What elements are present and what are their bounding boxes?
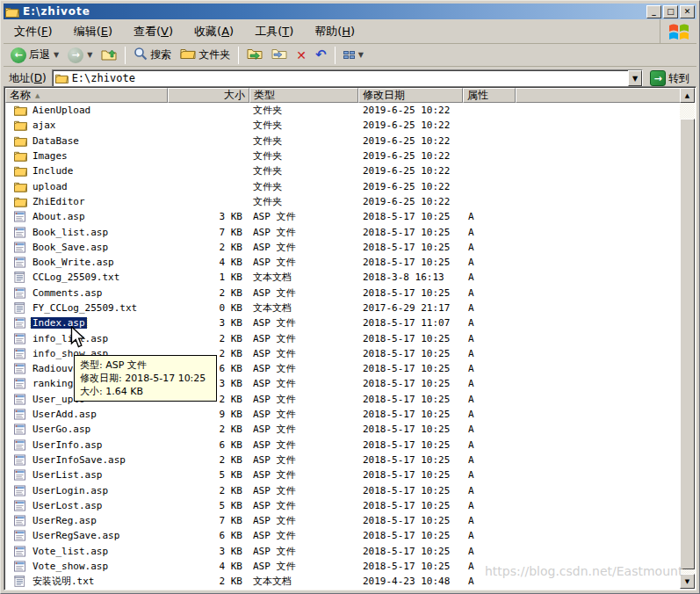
address-input[interactable]: E:\zhivote xyxy=(72,72,628,84)
scroll-up-button[interactable]: ▲ xyxy=(680,88,695,103)
file-row[interactable]: Book_Write.asp4 KBASP 文件2018-5-17 10:25A xyxy=(5,255,680,270)
column-header-attr[interactable]: 属性 xyxy=(463,88,516,103)
column-header-name[interactable]: 名称▲ xyxy=(5,88,168,103)
title-bar[interactable]: E:\zhivote _ □ ✕ xyxy=(4,4,696,19)
file-row[interactable]: Index.asp3 KBASP 文件2018-5-17 11:07A xyxy=(5,315,680,330)
file-row[interactable]: FY_CCLog_25509.txt0 KB文本文档2017-6-29 21:1… xyxy=(5,301,680,315)
file-row[interactable]: info_list.asp2 KBASP 文件2018-5-17 10:25A xyxy=(5,330,680,345)
go-button[interactable]: → 转到 xyxy=(646,69,693,88)
forward-dropdown-icon[interactable]: ▼ xyxy=(87,51,92,59)
file-row[interactable]: Book_Save.asp2 KBASP 文件2018-5-17 10:25A xyxy=(5,240,680,255)
address-dropdown-button[interactable]: ▼ xyxy=(628,70,642,86)
asp-file-icon xyxy=(14,469,27,481)
file-row[interactable]: Comments.asp2 KBASP 文件2018-5-17 10:25A xyxy=(5,286,680,301)
menu-item[interactable]: 编辑(E) xyxy=(63,24,123,40)
file-name[interactable]: Comments.asp xyxy=(31,287,104,299)
views-dropdown-icon[interactable]: ▼ xyxy=(358,51,364,59)
file-name[interactable]: Book_Write.asp xyxy=(31,257,116,268)
file-row[interactable]: UserReg.asp7 KBASP 文件2018-5-17 10:25A xyxy=(5,513,680,528)
file-name[interactable]: UserReg.asp xyxy=(31,515,98,526)
file-name[interactable]: AienUpload xyxy=(31,105,92,116)
menu-item[interactable]: 文件(F) xyxy=(4,24,63,40)
file-row[interactable]: UserInfo.asp6 KBASP 文件2018-5-17 10:25A xyxy=(5,438,680,453)
minimize-button[interactable]: _ xyxy=(646,5,661,18)
folders-button[interactable]: 文件夹 xyxy=(177,46,234,65)
file-name[interactable]: Book_list.asp xyxy=(31,227,110,238)
vertical-scrollbar[interactable]: ▲ ▼ xyxy=(680,88,695,589)
file-name[interactable]: 安装说明.txt xyxy=(31,575,97,588)
search-button[interactable]: 搜索 xyxy=(130,46,175,65)
file-name[interactable]: ajax xyxy=(31,120,58,131)
file-row[interactable]: UserList.asp5 KBASP 文件2018-5-17 10:25A xyxy=(5,467,680,482)
file-name[interactable]: UserRegSave.asp xyxy=(31,530,121,541)
delete-button[interactable]: ✕ xyxy=(292,46,310,65)
asp-file-icon xyxy=(14,348,27,359)
file-row[interactable]: UserRegSave.asp6 KBASP 文件2018-5-17 10:25… xyxy=(5,528,680,543)
file-row[interactable]: Vote_list.asp3 KBASP 文件2018-5-17 10:25A xyxy=(5,544,680,559)
forward-button[interactable]: → ▼ xyxy=(64,46,96,65)
file-row[interactable]: ZhiEditor文件夹2019-6-25 10:22 xyxy=(5,194,680,209)
file-size: 1 KB xyxy=(168,272,249,283)
file-row[interactable]: Include文件夹2019-6-25 10:22 xyxy=(5,163,680,178)
move-to-button[interactable] xyxy=(243,46,266,65)
file-row[interactable]: UserAdd.asp9 KBASP 文件2018-5-17 10:25A xyxy=(5,407,680,422)
file-row[interactable]: UserGo.asp2 KBASP 文件2018-5-17 10:25A xyxy=(5,422,680,437)
file-name[interactable]: ZhiEditor xyxy=(31,196,87,207)
menu-item[interactable]: 工具(T) xyxy=(244,24,304,40)
file-row[interactable]: DataBase文件夹2019-6-25 10:22 xyxy=(5,134,680,148)
file-name[interactable]: CCLog_25509.txt xyxy=(31,272,121,283)
file-name[interactable]: Book_Save.asp xyxy=(31,242,110,253)
file-name[interactable]: Vote_list.asp xyxy=(31,546,110,557)
file-row[interactable]: Book_list.asp7 KBASP 文件2018-5-17 10:25A xyxy=(5,224,680,239)
file-name[interactable]: About.asp xyxy=(31,211,87,222)
views-button[interactable]: ▼ xyxy=(340,46,367,65)
file-type: 文本文档 xyxy=(249,301,358,315)
file-row[interactable]: Images文件夹2019-6-25 10:22 xyxy=(5,148,680,163)
file-row[interactable]: UserInfoSave.asp2 KBASP 文件2018-5-17 10:2… xyxy=(5,453,680,467)
file-name[interactable]: Images xyxy=(31,150,69,162)
file-row[interactable]: AienUpload文件夹2019-6-25 10:22 xyxy=(5,103,680,118)
undo-button[interactable]: ↶ xyxy=(312,46,330,65)
file-name[interactable]: UserGo.asp xyxy=(31,424,92,435)
file-attr: A xyxy=(463,378,516,389)
file-row[interactable]: upload文件夹2019-6-25 10:22 xyxy=(5,178,680,193)
back-dropdown-icon[interactable]: ▼ xyxy=(54,51,59,59)
file-row[interactable]: UserLogin.asp2 KBASP 文件2018-5-17 10:25A xyxy=(5,482,680,497)
file-size: 4 KB xyxy=(168,561,249,572)
file-row[interactable]: ajax文件夹2019-6-25 10:22 xyxy=(5,118,680,133)
close-button[interactable]: ✕ xyxy=(680,5,695,18)
column-header-date[interactable]: 修改日期 xyxy=(358,88,463,103)
asp-file-icon xyxy=(14,378,27,389)
file-date: 2018-5-17 10:25 xyxy=(358,561,463,572)
copy-to-button[interactable] xyxy=(268,46,291,65)
file-name[interactable]: UserList.asp xyxy=(31,469,104,481)
menu-item[interactable]: 查看(V) xyxy=(123,24,184,40)
address-combo[interactable]: E:\zhivote ▼ xyxy=(52,69,643,87)
file-name[interactable]: DataBase xyxy=(31,135,81,147)
file-name[interactable]: upload xyxy=(31,181,69,192)
file-name[interactable]: UserLost.asp xyxy=(31,500,104,511)
menu-item[interactable]: 帮助(H) xyxy=(304,24,365,40)
file-name[interactable]: UserInfo.asp xyxy=(31,439,104,451)
file-name[interactable]: Vote_show.asp xyxy=(31,561,110,572)
maximize-button[interactable]: □ xyxy=(663,5,678,18)
asp-file-icon xyxy=(14,546,27,557)
file-name[interactable]: Include xyxy=(31,165,75,177)
file-date: 2019-6-25 10:22 xyxy=(358,120,463,131)
file-name[interactable]: UserLogin.asp xyxy=(31,485,110,496)
file-row[interactable]: UserLost.asp5 KBASP 文件2018-5-17 10:25A xyxy=(5,498,680,513)
column-header-type[interactable]: 类型 xyxy=(249,88,358,103)
file-row[interactable]: About.asp3 KBASP 文件2018-5-17 10:25A xyxy=(5,209,680,224)
scrollbar-thumb[interactable] xyxy=(680,119,695,569)
file-date: 2019-6-25 10:22 xyxy=(358,150,463,162)
file-row[interactable]: CCLog_25509.txt1 KB文本文档2018-3-8 16:13A xyxy=(5,270,680,285)
go-label: 转到 xyxy=(668,71,689,86)
file-name[interactable]: UserAdd.asp xyxy=(31,409,98,420)
menu-item[interactable]: 收藏(A) xyxy=(184,24,244,40)
back-button[interactable]: ← 后退 ▼ xyxy=(7,46,62,65)
file-name[interactable]: UserInfoSave.asp xyxy=(31,454,127,466)
file-attr: A xyxy=(463,317,516,329)
up-button[interactable] xyxy=(97,46,120,65)
column-header-size[interactable]: 大小 xyxy=(168,88,249,103)
file-name[interactable]: FY_CCLog_25509.txt xyxy=(31,302,139,314)
